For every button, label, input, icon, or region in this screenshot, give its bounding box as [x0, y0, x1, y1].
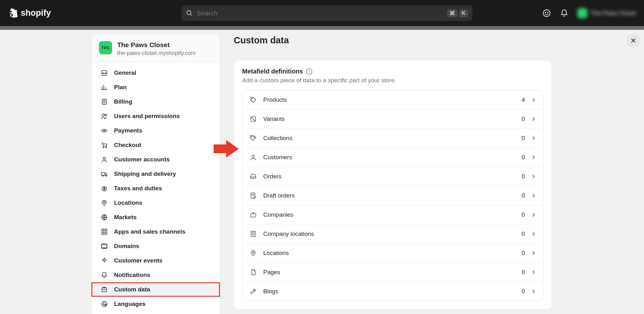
page-icon	[249, 268, 257, 276]
chevron-right-icon	[531, 269, 536, 275]
svg-point-2	[543, 10, 550, 17]
sidebar-item-label: Notifications	[114, 272, 150, 279]
truck-icon	[100, 170, 108, 178]
sidebar-nav: GeneralPlanBillingUsers and permissionsP…	[91, 62, 220, 314]
svg-rect-18	[102, 229, 104, 231]
row-label: Customers	[263, 154, 521, 161]
user-menu[interactable]: The Paws Closet	[577, 8, 636, 18]
row-count: 0	[521, 173, 525, 180]
sidebar-item-customer-events[interactable]: Customer events	[91, 253, 220, 268]
user-store-label: The Paws Closet	[591, 10, 636, 17]
panel-header: Metafield definitions i Add a custom pie…	[234, 68, 552, 90]
sidebar-item-label: Checkout	[114, 142, 141, 149]
cart-icon	[100, 141, 108, 149]
sidebar-header: TPC The Paws Closet the-paws-closet.mysh…	[91, 34, 220, 62]
row-label: Collections	[263, 135, 521, 142]
close-icon	[630, 37, 636, 44]
sidebar-item-taxes-and-duties[interactable]: Taxes and duties	[91, 181, 220, 196]
metafield-row-customers[interactable]: Customers0	[243, 148, 543, 167]
sidebar-item-languages[interactable]: Languages	[91, 297, 220, 311]
svg-point-13	[102, 175, 104, 176]
receipt-icon	[100, 98, 108, 106]
sidebar-item-label: Users and permissions	[114, 113, 180, 120]
chevron-right-icon	[531, 154, 536, 160]
sidebar-item-payments[interactable]: Payments	[91, 123, 220, 138]
search-shortcut: ⌘ K	[447, 9, 468, 17]
close-button[interactable]	[627, 34, 640, 47]
svg-point-6	[102, 114, 104, 116]
metafield-row-variants[interactable]: Variants0	[243, 110, 543, 129]
svg-point-8	[104, 130, 105, 131]
svg-point-4	[548, 12, 548, 13]
chevron-right-icon	[531, 174, 536, 179]
sidebar-item-checkout[interactable]: Checkout	[91, 138, 220, 152]
sidebar-item-general[interactable]: General	[91, 66, 220, 80]
inbox-icon	[249, 173, 257, 180]
kbd-mod: ⌘	[447, 9, 457, 17]
row-label: Locations	[263, 250, 521, 257]
row-label: Company locations	[263, 230, 521, 237]
svg-point-11	[103, 157, 105, 160]
row-count: 0	[521, 230, 525, 237]
brand[interactable]: shopify	[8, 8, 51, 19]
chevron-right-icon	[531, 231, 536, 237]
info-icon[interactable]: i	[306, 68, 312, 75]
search-icon	[186, 10, 193, 17]
sidebar-item-apps-and-sales-channels[interactable]: Apps and sales channels	[91, 225, 220, 239]
svg-rect-19	[105, 229, 107, 231]
avatar-icon	[577, 8, 587, 18]
svg-point-7	[105, 114, 107, 116]
metafield-row-locations[interactable]: Locations0	[243, 244, 543, 263]
sidebar-item-billing[interactable]: Billing	[91, 95, 220, 109]
svg-marker-36	[214, 140, 239, 158]
ghost-icon[interactable]	[542, 9, 551, 18]
chart-icon	[100, 83, 108, 91]
row-count: 0	[521, 269, 525, 276]
metafield-row-orders[interactable]: Orders0	[243, 167, 543, 186]
sidebar-item-notifications[interactable]: Notifications	[91, 268, 220, 282]
svg-point-3	[545, 12, 546, 13]
sidebar-item-label: Shipping and delivery	[114, 171, 176, 177]
svg-point-9	[103, 147, 104, 148]
metafield-row-company-locations[interactable]: Company locations0	[243, 225, 543, 244]
store-name: The Paws Closet	[117, 41, 196, 49]
sidebar-item-markets[interactable]: Markets	[91, 210, 220, 225]
row-count: 4	[521, 96, 525, 103]
section-title: Metafield definitions	[242, 68, 303, 75]
sidebar-item-customer-accounts[interactable]: Customer accounts	[91, 152, 220, 167]
bell-icon	[100, 271, 108, 279]
sidebar-item-shipping-and-delivery[interactable]: Shipping and delivery	[91, 167, 220, 181]
pin-icon	[249, 249, 257, 257]
search-input[interactable]	[197, 9, 443, 17]
shopify-logo-icon	[8, 8, 18, 19]
top-bar: shopify ⌘ K The Paws Closet	[0, 0, 644, 26]
store-url: the-paws-closet.myshopify.com	[117, 50, 196, 57]
search-bar[interactable]: ⌘ K	[182, 5, 472, 21]
draft-icon	[249, 192, 257, 199]
store-initials: TPC	[101, 46, 110, 50]
metafield-row-collections[interactable]: Collections0	[243, 129, 543, 148]
metafield-row-products[interactable]: Products4	[243, 90, 543, 110]
sidebar-item-plan[interactable]: Plan	[91, 80, 220, 95]
notifications-icon[interactable]	[560, 9, 569, 18]
sidebar-item-label: Languages	[114, 300, 145, 307]
apps-icon	[100, 228, 108, 236]
svg-point-30	[251, 137, 252, 137]
metafield-row-companies[interactable]: Companies0	[243, 205, 543, 225]
sidebar-item-custom-data[interactable]: Custom data	[91, 282, 220, 297]
svg-rect-12	[101, 172, 105, 175]
svg-point-28	[252, 98, 253, 99]
data-icon	[100, 285, 108, 294]
domains-icon	[100, 242, 108, 250]
building-icon	[249, 230, 257, 238]
metafield-row-draft-orders[interactable]: Draft orders0	[243, 186, 543, 205]
metafield-row-pages[interactable]: Pages0	[243, 263, 543, 282]
sidebar-item-users-and-permissions[interactable]: Users and permissions	[91, 109, 220, 123]
settings-sidebar: TPC The Paws Closet the-paws-closet.mysh…	[91, 34, 220, 314]
row-count: 0	[521, 211, 525, 218]
row-label: Variants	[263, 116, 521, 122]
sidebar-item-label: Custom data	[114, 286, 150, 293]
sidebar-item-domains[interactable]: Domains	[91, 239, 220, 253]
metafield-row-blogs[interactable]: Blogs0	[243, 282, 543, 301]
sidebar-item-locations[interactable]: Locations	[91, 196, 220, 210]
